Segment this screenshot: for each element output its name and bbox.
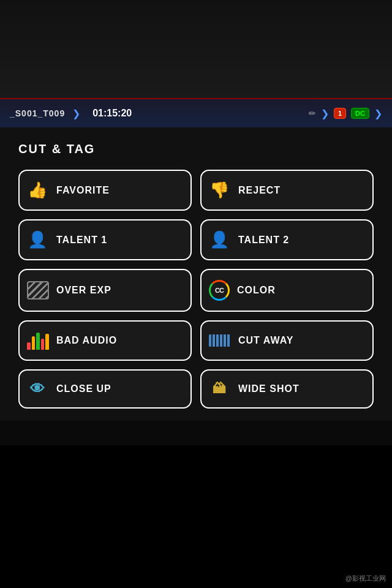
wideshot-label: WIDE SHOT xyxy=(238,383,300,394)
closeup-button[interactable]: 👁 CLOSE UP xyxy=(18,369,192,409)
talent2-label: TALENT 2 xyxy=(238,235,289,246)
thumbs-up-icon: 👍 xyxy=(27,181,49,200)
header-icons: ✏ ❯ 1 DC ❯ xyxy=(309,108,382,119)
favorite-label: FAVORITE xyxy=(56,185,110,196)
badaudio-button[interactable]: BAD AUDIO xyxy=(18,320,192,361)
cutaway-icon xyxy=(209,334,231,347)
cc-icon: CC xyxy=(209,280,230,301)
talent1-label: TALENT 1 xyxy=(56,235,107,246)
overexp-label: OVER EXP xyxy=(56,285,111,296)
color-label: COLOR xyxy=(237,285,276,296)
thumbs-down-icon: 👎 xyxy=(209,181,231,200)
talent1-button[interactable]: 👤 TALENT 1 xyxy=(18,219,192,260)
overexp-button[interactable]: OVER EXP xyxy=(18,269,192,312)
bottom-area xyxy=(0,421,392,445)
color-button[interactable]: CC COLOR xyxy=(200,269,374,312)
eye-icon: 👁 xyxy=(27,380,49,398)
wideshot-button[interactable]: 🏔 WIDE SHOT xyxy=(200,369,374,409)
header-arrow3: ❯ xyxy=(374,108,382,119)
timecode: 01:15:20 xyxy=(92,108,132,119)
clip-name: _S001_T009 xyxy=(10,108,65,118)
talent2-button[interactable]: 👤 TALENT 2 xyxy=(200,219,374,260)
closeup-label: CLOSE UP xyxy=(56,383,111,394)
main-content: CUT & TAG 👍 FAVORITE 👎 REJECT 👤 TALENT 1… xyxy=(0,127,392,421)
bad-audio-icon xyxy=(27,331,49,350)
pencil-icon: ✏ xyxy=(309,108,316,118)
reject-button[interactable]: 👎 REJECT xyxy=(200,170,374,211)
top-dark-area xyxy=(0,0,392,98)
badaudio-label: BAD AUDIO xyxy=(56,335,117,346)
overexp-icon xyxy=(27,281,49,300)
cutaway-label: CUT AWAY xyxy=(238,335,293,346)
favorite-button[interactable]: 👍 FAVORITE xyxy=(18,170,192,211)
section-title: CUT & TAG xyxy=(18,142,374,156)
mountain-icon: 🏔 xyxy=(209,381,231,397)
header-arrow: ❯ xyxy=(72,108,80,119)
watermark: @影视工业网 xyxy=(345,574,386,583)
buttons-grid: 👍 FAVORITE 👎 REJECT 👤 TALENT 1 👤 TALENT … xyxy=(18,170,374,409)
badge-dc: DC xyxy=(351,108,369,119)
talent1-icon: 👤 xyxy=(27,230,49,249)
badge-number: 1 xyxy=(334,108,346,119)
header-bar: _S001_T009 ❯ 01:15:20 ✏ ❯ 1 DC ❯ xyxy=(0,98,392,127)
talent2-icon: 👤 xyxy=(209,230,231,249)
cutaway-button[interactable]: CUT AWAY xyxy=(200,320,374,361)
header-arrow2: ❯ xyxy=(321,108,329,119)
reject-label: REJECT xyxy=(238,185,281,196)
